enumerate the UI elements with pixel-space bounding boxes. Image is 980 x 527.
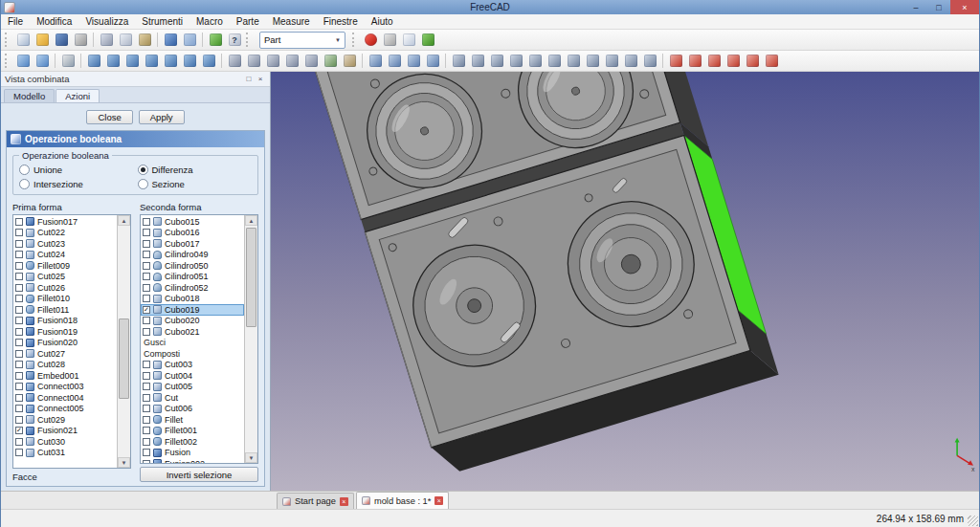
thickness-icon[interactable] [621,52,640,70]
checkbox[interactable] [143,394,150,402]
boolean-union-icon[interactable] [404,52,423,70]
list-item-cut029[interactable]: Cut029 [13,414,117,426]
3d-viewport-canvas[interactable]: x [271,72,979,491]
list-item-cut023[interactable]: Cut023 [13,238,117,250]
checkbox[interactable] [15,295,23,302]
list-item-cut031[interactable]: Cut031 [13,448,117,459]
first-shape-scrollbar[interactable]: ▲ ▼ [117,215,130,468]
list-item-cut[interactable]: Cut [141,392,244,404]
scroll-down-icon[interactable]: ▼ [245,452,257,463]
list-item-cilindro051[interactable]: Cilindro051 [141,272,244,283]
checkbox[interactable] [143,383,150,390]
checkbox[interactable] [143,251,150,258]
radio-sezione[interactable]: Sezione [138,179,253,189]
cut-clipboard-icon[interactable] [97,31,116,49]
radio-intersezione[interactable]: Intersezione [19,179,134,189]
scrollbar-thumb[interactable] [246,228,256,327]
open-document-icon[interactable] [33,31,52,49]
radio-differenza[interactable]: Differenza [138,165,253,175]
list-item-cubo016[interactable]: Cubo016 [141,228,244,239]
list-item-fusion002[interactable]: Fusion002 [141,458,244,463]
minimize-button[interactable]: – [904,0,927,14]
checkbox[interactable] [143,240,150,248]
toolbar-drag-handle[interactable] [352,33,357,47]
list-item-connect004[interactable]: Connect004 [13,392,117,404]
axonometric-view-icon[interactable] [84,52,103,70]
cylinder-primitive-icon[interactable] [244,52,263,70]
measure-toggle-delta-icon[interactable] [762,52,781,70]
checkbox[interactable] [143,427,150,434]
measure-refresh-icon[interactable] [704,52,724,70]
menu-item-strumenti[interactable]: Strumenti [135,14,189,29]
bottom-view-icon[interactable] [180,52,199,70]
list-item-fusion020[interactable]: Fusion020 [13,338,117,349]
scroll-down-icon[interactable]: ▼ [118,457,130,468]
redo-icon[interactable] [180,31,199,49]
checkbox[interactable] [143,361,150,368]
checkbox[interactable] [15,284,23,292]
right-view-icon[interactable] [142,52,161,70]
menu-item-macro[interactable]: Macro [189,14,230,29]
toolbar-drag-handle[interactable] [246,33,251,47]
scroll-up-icon[interactable]: ▲ [245,215,257,226]
list-item-fusion019[interactable]: Fusion019 [13,326,117,338]
list-item-cubo020[interactable]: Cubo020 [141,316,244,327]
revolve-icon[interactable] [468,52,487,70]
checkbox[interactable] [143,218,150,226]
front-view-icon[interactable] [103,52,122,70]
checkbox[interactable] [15,394,23,402]
list-item-fusion[interactable]: Fusion [141,448,244,459]
list-item-fillet001[interactable]: Fillet001 [141,426,244,437]
measure-angular-icon[interactable] [685,52,704,70]
fit-selection-icon[interactable] [33,52,52,70]
list-item-fillet[interactable]: Fillet [141,414,244,426]
checkbox[interactable] [15,416,23,424]
invert-selection-button[interactable]: Inverti selezione [140,467,258,482]
checkbox[interactable] [15,350,23,358]
scroll-up-icon[interactable]: ▲ [118,215,130,226]
boolean-cut-icon[interactable] [385,52,404,70]
second-shape-scrollbar[interactable]: ▲ ▼ [244,215,257,463]
checkbox[interactable] [143,460,150,463]
list-item-cubo018[interactable]: Cubo018 [141,294,244,305]
macro-execute-icon[interactable] [418,31,437,49]
fit-all-icon[interactable] [13,52,33,70]
list-item-cilindro052[interactable]: Cilindro052 [141,282,244,294]
list-item-cut028[interactable]: Cut028 [13,360,117,371]
checkbox[interactable] [15,262,23,270]
list-item-cut024[interactable]: Cut024 [13,250,117,261]
menu-item-modifica[interactable]: Modifica [30,14,78,29]
list-item-fusion018[interactable]: Fusion018 [13,316,117,327]
checkbox[interactable] [143,317,150,324]
list-item-cut006[interactable]: Cut006 [141,404,244,415]
checkbox[interactable] [15,317,23,324]
resize-grip[interactable] [968,516,978,526]
close-panel-icon[interactable]: × [255,75,266,83]
close-tab-icon[interactable]: × [340,497,348,506]
checkbox[interactable] [15,383,23,390]
checkbox[interactable] [15,405,23,412]
menu-item-measure[interactable]: Measure [266,14,317,29]
menu-item-finestre[interactable]: Finestre [317,14,365,29]
offset-icon[interactable] [602,52,621,70]
checkbox[interactable] [143,438,150,446]
checkbox[interactable] [143,284,150,292]
list-item-cubo015[interactable]: Cubo015 [141,216,244,228]
sweep-icon[interactable] [583,52,602,70]
rear-view-icon[interactable] [161,52,180,70]
toolbar-drag-handle[interactable] [5,33,10,47]
3d-viewport[interactable]: x [271,72,979,491]
checkbox[interactable] [15,372,23,380]
close-tab-icon[interactable]: × [434,496,443,505]
list-item-cut005[interactable]: Cut005 [141,382,244,393]
checkbox[interactable]: ✓ [15,427,23,434]
sphere-primitive-icon[interactable] [263,52,282,70]
checkbox[interactable] [143,416,150,424]
toolbar-drag-handle[interactable] [5,54,10,68]
shape-builder-icon[interactable] [340,52,359,70]
float-panel-icon[interactable]: □ [243,75,255,83]
list-item-cut027[interactable]: Cut027 [13,348,117,360]
menu-item-aiuto[interactable]: Aiuto [365,14,400,29]
freecad-app-icon[interactable] [4,2,15,13]
checkbox[interactable] [15,251,23,258]
